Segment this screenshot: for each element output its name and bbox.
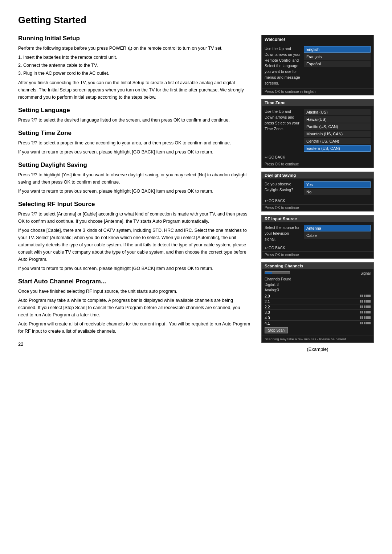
daylight-saving-footer: Press OK to continue	[262, 204, 373, 211]
left-column: Running Initial Setup Perform the follow…	[18, 35, 251, 347]
scan-ch-4-1: 4.1	[265, 321, 275, 325]
daylight-saving-go-back[interactable]: ↩ GO BACK	[262, 197, 373, 204]
section-selecting-rf-input-heading: Selecting RF Input Source	[18, 201, 251, 208]
step-2: 2. Connect the antenna cable to the TV.	[18, 62, 251, 69]
scan-progress-bar	[265, 271, 290, 274]
daylight-saving-go-back-label: GO BACK	[269, 199, 285, 203]
daylight-saving-left-text: Do you observe Daylight Saving?	[265, 181, 301, 193]
scanning-footer: Scanning may take a few minutes - Please…	[262, 336, 373, 342]
time-zone-option-pacific[interactable]: Pacific (US, CAN)	[304, 123, 371, 130]
section-start-auto-channel-heading: Start Auto Channel Program...	[18, 278, 251, 285]
welcome-panel-title: Welcome!	[262, 35, 373, 43]
scanning-channels-body: Signal Channels Found Digital: 3 Analog:…	[262, 269, 373, 336]
scan-signal-2-0	[360, 295, 371, 297]
scan-analog-label: Analog:3	[265, 288, 371, 292]
setting-daylight-saving-body2: If you want to return to previous screen…	[18, 188, 251, 195]
time-zone-option-hawaii[interactable]: Hawaii(US)	[304, 116, 371, 123]
selecting-rf-input-body3: If you want to return to previous screen…	[18, 265, 251, 272]
scan-row-ch-2-0: 2.0	[265, 294, 371, 299]
scan-row-ch-3-0: 3.0	[265, 310, 371, 315]
scan-signal-3-0	[360, 311, 371, 313]
go-back-arrow-icon: ↩	[265, 155, 268, 159]
daylight-saving-panel-header: Daylight Saving	[262, 172, 373, 178]
rf-input-go-back-label: GO BACK	[269, 246, 285, 250]
scan-ch-2-2: 2.2	[265, 305, 275, 309]
time-zone-panel-body: Use the Up and Down arrows and press Sel…	[262, 106, 373, 154]
scanning-channels-panel: Scanning Channels Signal Channels Found …	[261, 262, 374, 343]
welcome-left-text: Use the Up and Down arrows on your Remot…	[265, 46, 301, 86]
setting-time-zone-body1: Press ?/? to select a proper time zone a…	[18, 139, 251, 147]
time-zone-options: Alaska (US) Hawaii(US) Pacific (US, CAN)…	[304, 109, 371, 152]
scan-ch-2-0: 2.0	[265, 294, 275, 298]
section-setting-daylight-saving-heading: Setting Daylight Saving	[18, 161, 251, 169]
section-running-initial-setup-heading: Running Initial Setup	[18, 35, 251, 42]
rf-input-options: Antenna Cable	[304, 225, 371, 239]
selecting-rf-input-body1: Press ?/? to select [Antenna] or [Cable]…	[18, 210, 251, 225]
daylight-saving-options: Yes No	[304, 181, 371, 195]
daylight-saving-panel-body: Do you observe Daylight Saving? Yes No	[262, 178, 373, 197]
rf-input-panel: RF Input Source Select the source for yo…	[261, 215, 374, 258]
start-auto-channel-body3: Auto Program will create a list of recei…	[18, 320, 251, 335]
section-setting-time-zone-heading: Setting Time Zone	[18, 130, 251, 137]
rf-input-go-back[interactable]: ↩ GO BACK	[262, 245, 373, 251]
time-zone-go-back-label: GO BACK	[269, 155, 285, 159]
rf-input-left-text: Select the source for your television si…	[265, 225, 301, 242]
setting-daylight-saving-body1: Press ?/? to highlight [Yes] item if you…	[18, 171, 251, 186]
start-auto-channel-body2: Auto Program may take a while to complet…	[18, 297, 251, 319]
stop-scan-button[interactable]: Stop Scan	[265, 327, 288, 333]
daylight-saving-panel: Daylight Saving Do you observe Daylight …	[261, 172, 374, 212]
welcome-panel-body: Use the Up and Down arrows on your Remot…	[262, 43, 373, 88]
time-zone-option-central[interactable]: Central (US, CAN)	[304, 138, 371, 144]
right-column: Welcome! Use the Up and Down arrows on y…	[261, 35, 374, 352]
rf-go-back-arrow-icon: ↩	[265, 246, 268, 250]
section-setting-language-heading: Setting Language	[18, 107, 251, 114]
welcome-option-english[interactable]: English	[304, 46, 371, 53]
welcome-footer: Press OK to continue in English	[262, 88, 373, 95]
scan-ch-2-1: 2.1	[265, 299, 275, 304]
rf-input-panel-header: RF Input Source	[262, 216, 373, 222]
time-zone-panel: Time Zone Use the Up and Down arrows and…	[261, 99, 374, 168]
daylight-saving-option-yes[interactable]: Yes	[304, 181, 371, 188]
selecting-rf-input-body2: If you choose [Cable], there are 3 kinds…	[18, 227, 251, 263]
running-initial-setup-body: After you finish connecting the TV, you …	[18, 79, 251, 101]
welcome-option-french[interactable]: Français	[304, 53, 371, 60]
rf-input-option-antenna[interactable]: Antenna	[304, 225, 371, 231]
time-zone-option-eastern[interactable]: Eastern (US, CAN)	[304, 145, 371, 152]
time-zone-option-mountain[interactable]: Mountain (US, CAN)	[304, 131, 371, 137]
scan-signal-header: Signal	[360, 271, 371, 275]
page-number: 22	[18, 341, 251, 347]
time-zone-option-alaska[interactable]: Alaska (US)	[304, 109, 371, 115]
setting-language-body: Press ?/? to select the desired language…	[18, 116, 251, 124]
scanning-channels-header: Scanning Channels	[262, 263, 373, 269]
time-zone-go-back[interactable]: ↩ GO BACK	[262, 154, 373, 161]
time-zone-left-text: Use the Up and Down arrows and press Sel…	[265, 109, 301, 132]
welcome-option-spanish[interactable]: Español	[304, 61, 371, 67]
scan-ch-4-0: 4.0	[265, 316, 275, 320]
scan-signal-2-2	[360, 305, 371, 308]
scan-row-ch-4-1: 4.1	[265, 321, 371, 326]
rf-input-option-cable[interactable]: Cable	[304, 232, 371, 239]
scan-digital-label: Digital: 3	[265, 283, 371, 287]
example-label: (Example)	[261, 346, 374, 352]
step-1: 1. Insert the batteries into the remote …	[18, 54, 251, 61]
page-title: Getting Started	[18, 15, 374, 28]
start-auto-channel-body1: Once you have finished selecting RF inpu…	[18, 288, 251, 295]
time-zone-panel-header: Time Zone	[262, 99, 373, 106]
welcome-options: English Français Español	[304, 46, 371, 67]
scan-ch-3-0: 3.0	[265, 310, 275, 315]
scan-signal-2-1	[360, 300, 371, 303]
running-initial-setup-intro: Perform the following steps before you p…	[18, 45, 251, 52]
scan-row-ch-4-0: 4.0	[265, 315, 371, 321]
scan-row-ch-2-1: 2.1	[265, 299, 371, 304]
scan-signal-4-1	[360, 322, 371, 324]
daylight-go-back-arrow-icon: ↩	[265, 199, 268, 203]
scan-signal-4-0	[360, 316, 371, 319]
rf-input-footer: Press OK to continue	[262, 251, 373, 258]
scan-row-ch-2-2: 2.2	[265, 304, 371, 310]
setting-time-zone-body2: If you want to return to previous screen…	[18, 148, 251, 156]
rf-input-panel-body: Select the source for your television si…	[262, 222, 373, 244]
scan-channels-found-label: Channels Found	[265, 277, 371, 281]
daylight-saving-option-no[interactable]: No	[304, 189, 371, 195]
step-3: 3. Plug in the AC power cord to the AC o…	[18, 70, 251, 77]
welcome-panel: Welcome! Use the Up and Down arrows on y…	[261, 35, 374, 95]
